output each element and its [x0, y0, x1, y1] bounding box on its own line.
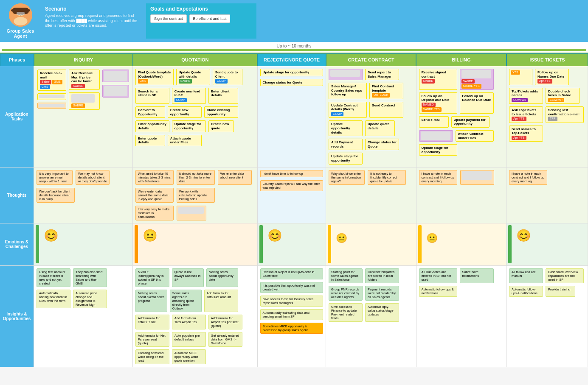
insight-card[interactable]: Making notes about overall sales progres… [135, 290, 167, 312]
insight-card[interactable]: Payment records were not created by all … [365, 286, 399, 301]
thought-card[interactable]: It is very important to answer an e-mail… [37, 170, 73, 185]
task-card[interactable]: SABRE [69, 92, 100, 109]
task-card[interactable]: Follow up on Deposit Due Date NAMED SABR… [419, 92, 457, 114]
task-card[interactable]: Sales Manager/ Country Sales reps follow… [329, 83, 367, 99]
thought-card[interactable]: We may not know details about client or … [76, 170, 110, 185]
insight-card[interactable]: Automatically adding new client in GMS w… [37, 290, 70, 308]
thought-card[interactable]: It should not take more than 2-3 mins to… [177, 170, 215, 185]
insight-card[interactable]: It is possible that opportunity was not … [260, 282, 324, 293]
insight-card[interactable]: Automatic follow-ups & notifications [419, 286, 457, 297]
thought-card[interactable]: We re-enter data about new client [218, 170, 252, 185]
task-card[interactable]: Update Quote with details SABRE [176, 69, 210, 85]
task-card[interactable]: Receive signed contract SABRE [419, 69, 457, 90]
task-card[interactable]: Enter quote details [135, 135, 165, 146]
task-card[interactable]: Send e-mail [419, 116, 449, 128]
task-card[interactable]: Clone existing opportunity [204, 106, 238, 118]
thought-card[interactable]: I have a note in each contract and I fol… [509, 170, 547, 185]
task-card[interactable]: Change status for Quote [260, 79, 324, 86]
task-card[interactable]: Update stage for opportunity [329, 153, 363, 164]
thought-card[interactable]: We don't ask for client details because … [37, 188, 75, 203]
task-card[interactable]: Send report to Sales Manager [365, 69, 399, 80]
insight-card[interactable]: Auto-populate pre-default values [172, 332, 206, 347]
insight-card[interactable]: Automatically extracting data and sendin… [260, 309, 324, 320]
insight-card[interactable]: Contract templates are stored in local f… [365, 268, 399, 283]
task-card[interactable]: Send Contract [369, 102, 403, 118]
task-card[interactable]: Find Contract template OUTLOOK [369, 83, 403, 99]
insight-card[interactable]: Creating new lead while being on the roa… [135, 349, 169, 364]
task-card[interactable]: Follow up on Names Due Date Apr-YTS [535, 69, 569, 85]
task-card[interactable]: Follow up on Balance Due Date [460, 92, 494, 114]
thought-card[interactable]: It is very easy to make mistakes in calc… [135, 206, 174, 220]
insight-card[interactable]: Dashboard, overview capabilities are not… [546, 268, 584, 283]
thought-card[interactable] [460, 170, 494, 185]
insight-card[interactable]: Group PNR records were not created by al… [329, 286, 363, 301]
task-card[interactable]: Enter client details [208, 88, 238, 104]
task-card[interactable]: Receive an e-mail Sabre GMS CMS [37, 70, 66, 91]
task-card[interactable]: Update quote details [365, 120, 395, 136]
insight-card[interactable]: Automate opty-value status/stage updates [365, 303, 399, 322]
task-card[interactable]: Update stage for opportunity [260, 69, 324, 76]
task-card[interactable] [102, 70, 129, 82]
task-card[interactable]: Search for a client in SF [135, 88, 169, 104]
task-card[interactable] [37, 103, 66, 109]
task-card[interactable]: Update Contract details (Word) COMP [329, 102, 367, 118]
thought-card[interactable]: I have a note in each contract and I fol… [419, 170, 457, 185]
insight-card[interactable]: All follow ups are manual [509, 268, 543, 283]
task-card[interactable]: Update stage for opportunity [419, 144, 457, 156]
insight-card[interactable]: Provide training [546, 286, 575, 297]
thought-card[interactable]: We re-enter data almost the same data in… [135, 188, 174, 203]
insight-card[interactable]: Starting point for some Sales agents in … [329, 268, 363, 283]
insight-card[interactable]: Give access to Finance to update Payment… [329, 303, 363, 322]
insight-card[interactable]: Automate MICE opportunity while quote cr… [172, 349, 206, 364]
task-card[interactable]: Convert to Opportunity [135, 106, 165, 118]
insight-card[interactable]: They can also start searching with Sabre… [73, 268, 107, 287]
task-card[interactable]: Attach Contract under Files [456, 130, 494, 142]
thought-card[interactable]: I don't have time to follow up [260, 170, 324, 177]
task-card[interactable]: Send quote to Client COMP [213, 69, 242, 85]
thought-card[interactable] [177, 206, 206, 220]
insight-card[interactable]: All Due-dates are entered in SF but not … [419, 268, 457, 283]
goal-sign-contract[interactable]: Sign the contract [150, 14, 187, 23]
task-card[interactable] [419, 130, 453, 142]
insight-card[interactable]: 50/50 if lead/opportunity is added in SF… [135, 268, 169, 287]
task-card[interactable]: YTS [509, 69, 532, 85]
task-card[interactable]: Attach quote under Files [168, 135, 202, 146]
task-card[interactable]: Ask Revenue Mgr. if price can be lower S… [69, 70, 100, 90]
insight-card[interactable]: Some sales agents are attaching quote di… [170, 290, 202, 312]
task-card[interactable]: Change status for Quote [365, 139, 399, 150]
task-card[interactable]: Create new quote [208, 120, 234, 132]
task-card[interactable]: Create new lead in SF COMP [172, 88, 206, 104]
goal-efficient[interactable]: Be efficient and fast [189, 14, 231, 23]
insight-card[interactable]: Give access to SF for Country sales reps… [260, 296, 324, 307]
insight-card[interactable]: Sabre have notifications [460, 268, 494, 283]
insight-card[interactable]: Get already entered data from GMS -> Sal… [208, 332, 242, 347]
thought-card[interactable]: What used to take 40 minutes takes 2-3 m… [135, 170, 174, 185]
insight-card[interactable]: Reason of Reject is not up-to-date in Sa… [260, 268, 324, 279]
task-card[interactable]: Update opportunity details [329, 120, 363, 136]
task-card[interactable] [329, 69, 363, 80]
task-card[interactable]: Update stage for opportunity [172, 120, 206, 132]
insight-card[interactable]: Sometimes MICE opportunity is processed … [260, 323, 324, 334]
task-card[interactable]: Update payment for opportunity [451, 116, 490, 128]
thought-card[interactable]: Country Sales reps will ask why the offe… [260, 180, 324, 191]
insight-card[interactable]: Add formula for Total YR Tax [135, 315, 169, 329]
thought-card[interactable]: It is not easy to find/identify correct … [368, 170, 406, 185]
task-card[interactable]: Ask TopTickets to issue tickets Apr-YTS [509, 106, 543, 123]
thought-card[interactable]: Why should we enter the same information… [329, 170, 365, 185]
insight-card[interactable]: Making notes about opportunity date [206, 268, 238, 287]
insight-card[interactable]: Add formula for Net Fare per seat (quote… [135, 332, 169, 347]
task-card[interactable]: TopTickets adds names COMPAR [509, 88, 543, 104]
insight-card[interactable]: Add formula for Airport Tax per seat (qu… [208, 315, 242, 329]
task-card[interactable]: Send names to TopTickets Apr-YTS [509, 126, 543, 142]
insight-card[interactable]: Add formula for Total Net Amount [204, 290, 238, 312]
task-card[interactable]: Add Payment records [329, 139, 363, 150]
task-card[interactable]: Find Quote template (Outlook/Word) GMS [135, 69, 174, 85]
task-card[interactable]: Enter opportunity details [135, 120, 169, 132]
insight-card[interactable]: Add formula for Total Airport Tax [172, 315, 206, 329]
task-card[interactable]: Sending last confirmation e-mail TPP [546, 106, 584, 123]
task-card[interactable] [37, 93, 66, 100]
insight-card[interactable]: Quote is not always attached in SF [172, 268, 204, 287]
task-card[interactable]: Create new opportunity [168, 106, 202, 118]
insight-card[interactable]: Automate price change and assignment to … [73, 290, 107, 308]
insight-card[interactable]: Automatic follow-ups & notifications [509, 286, 543, 297]
